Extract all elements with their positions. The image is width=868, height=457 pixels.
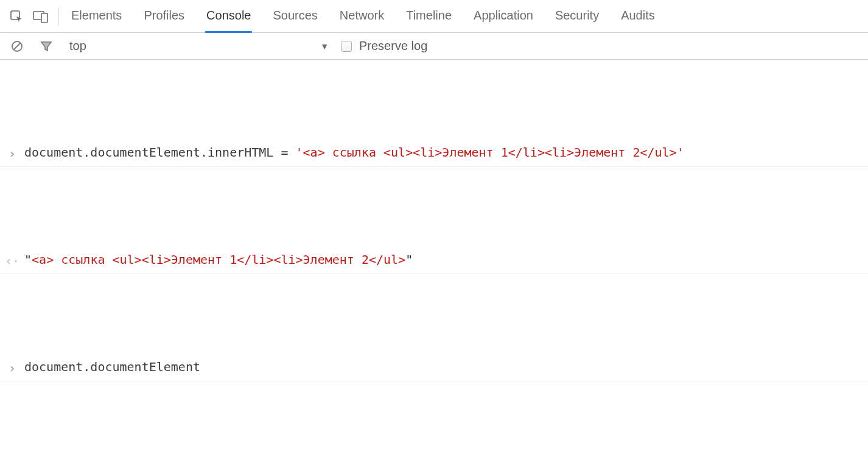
tab-sources[interactable]: Sources [271,0,318,32]
tab-application[interactable]: Application [472,0,534,32]
preserve-log-control[interactable]: Preserve log [341,39,427,53]
svg-rect-2 [41,13,47,23]
console-input-code: document.documentElement.innerHTML = '<a… [24,143,868,163]
console-output-row: ‹· "<a> ссылка <ul><li>Элемент 1</li><li… [0,247,868,274]
preserve-log-label: Preserve log [359,39,427,53]
console-input-code: document.documentElement [24,357,868,377]
console-output-value: "<a> ссылка <ul><li>Элемент 1</li><li>Эл… [24,250,868,270]
device-toolbar-icon[interactable] [30,6,51,27]
inspect-element-icon[interactable] [6,6,27,27]
console-input-row: › document.documentElement [0,355,868,381]
console-output: › document.documentElement.innerHTML = '… [0,60,868,457]
console-toolbar: top ▼ Preserve log [0,33,868,60]
clear-console-icon[interactable] [9,38,26,55]
tab-elements[interactable]: Elements [70,0,123,32]
input-prompt-icon: › [0,143,24,164]
panel-tabs: Elements Profiles Console Sources Networ… [70,0,656,32]
tab-network[interactable]: Network [338,0,385,32]
filter-icon[interactable] [38,38,55,55]
tabstrip-divider [58,7,59,26]
tab-console[interactable]: Console [205,0,252,32]
tab-security[interactable]: Security [554,0,600,32]
preserve-log-checkbox[interactable] [341,41,352,52]
chevron-down-icon: ▼ [320,41,329,51]
context-selector-value: top [69,39,86,53]
context-selector[interactable]: top ▼ [67,39,329,53]
tab-profiles[interactable]: Profiles [142,0,186,32]
input-prompt-icon: › [0,357,24,378]
tab-audits[interactable]: Audits [620,0,656,32]
devtools-tabstrip: Elements Profiles Console Sources Networ… [0,0,868,33]
console-input-row: › document.documentElement.innerHTML = '… [0,140,868,167]
tab-timeline[interactable]: Timeline [405,0,453,32]
output-arrow-icon: ‹· [0,250,24,271]
svg-line-4 [14,43,21,49]
